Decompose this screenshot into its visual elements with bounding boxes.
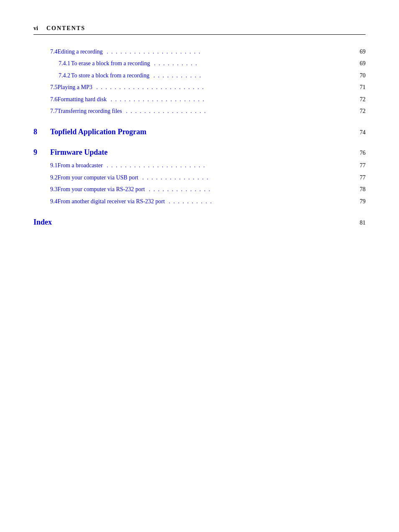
toc-row-7-6: 7.6 Formatting hard disk . . . . . . . .… (33, 95, 366, 104)
toc-text-9-4: From another digital receiver via RS-232… (58, 197, 165, 206)
toc-label-9-2: From your computer via USB port . . . . … (58, 173, 353, 182)
toc-row-7-4-2: 7.4.2 To store a block from a recording … (33, 71, 366, 80)
page: vi CONTENTS 7.4 Editing a recording . . … (0, 0, 399, 532)
toc-number-9-2: 9.2 (33, 173, 58, 182)
toc-label-7-4-1: To erase a block from a recording . . . … (71, 59, 353, 68)
index-label: Index (33, 218, 353, 227)
toc-page-7-4-2: 70 (353, 71, 366, 80)
toc-label-7-5: Playing a MP3 . . . . . . . . . . . . . … (58, 83, 353, 92)
toc-label-7-7: Transferring recording files . . . . . .… (58, 107, 353, 116)
chapter-8-header: 8 Topfield Application Program 74 (33, 128, 366, 136)
toc-text-9-2: From your computer via USB port (58, 173, 138, 182)
toc-dots-9-2: . . . . . . . . . . . . . . . (140, 173, 351, 182)
toc-text-7-5: Playing a MP3 (58, 83, 92, 92)
toc-label-9-3: From your computer via RS-232 port . . .… (58, 185, 353, 194)
toc-row-7-4-1: 7.4.1 To erase a block from a recording … (33, 59, 366, 68)
toc-row-7-7: 7.7 Transferring recording files . . . .… (33, 107, 366, 116)
toc-row-9-4: 9.4 From another digital receiver via RS… (33, 197, 366, 206)
toc-text-7-4: Editing a recording (58, 47, 103, 56)
toc-section-9: 9.1 From a broadcaster . . . . . . . . .… (33, 161, 366, 206)
toc-number-9-3: 9.3 (33, 185, 58, 194)
toc-number-7-7: 7.7 (33, 107, 58, 116)
toc-page-9-1: 77 (353, 161, 366, 170)
toc-dots-9-1: . . . . . . . . . . . . . . . . . . . . … (105, 161, 351, 170)
chapter-9-number: 9 (33, 148, 50, 157)
chapter-8-number: 8 (33, 128, 50, 136)
toc-page-7-6: 72 (353, 95, 366, 104)
toc-page-9-3: 78 (353, 185, 366, 194)
toc-section-7: 7.4 Editing a recording . . . . . . . . … (33, 47, 366, 116)
toc-dots-7-4: . . . . . . . . . . . . . . . . . . . . … (105, 47, 351, 56)
toc-text-9-1: From a broadcaster (58, 161, 103, 170)
toc-number-7-5: 7.5 (33, 83, 58, 92)
toc-text-7-4-1: To erase a block from a recording (71, 59, 150, 68)
toc-number-7-4: 7.4 (33, 47, 58, 56)
toc-label-9-4: From another digital receiver via RS-232… (58, 197, 353, 206)
chapter-9-title: Firmware Update (50, 148, 353, 157)
toc-row-7-5: 7.5 Playing a MP3 . . . . . . . . . . . … (33, 83, 366, 92)
chapter-8-page: 74 (353, 129, 366, 136)
toc-dots-9-4: . . . . . . . . . . (166, 197, 351, 206)
toc-dots-7-4-1: . . . . . . . . . . (152, 59, 351, 68)
toc-row-9-3: 9.3 From your computer via RS-232 port .… (33, 185, 366, 194)
chapter-8-title: Topfield Application Program (50, 128, 353, 136)
toc-text-9-3: From your computer via RS-232 port (58, 185, 145, 194)
chapter-9-header: 9 Firmware Update 76 (33, 148, 366, 157)
toc-dots-7-4-2: . . . . . . . . . . . (151, 71, 351, 80)
toc-number-9-1: 9.1 (33, 161, 58, 170)
toc-page-7-7: 72 (353, 107, 366, 116)
toc-dots-7-6: . . . . . . . . . . . . . . . . . . . . … (108, 95, 351, 104)
page-header: vi CONTENTS (33, 25, 366, 35)
toc-dots-9-3: . . . . . . . . . . . . . . (146, 185, 351, 194)
toc-row-7-4: 7.4 Editing a recording . . . . . . . . … (33, 47, 366, 56)
toc-page-7-4: 69 (353, 47, 366, 56)
toc-row-9-2: 9.2 From your computer via USB port . . … (33, 173, 366, 182)
toc-text-7-7: Transferring recording files (58, 107, 122, 116)
toc-dots-7-7: . . . . . . . . . . . . . . . . . . (124, 107, 351, 116)
toc-page-9-4: 79 (353, 197, 366, 206)
toc-text-7-4-2: To store a block from a recording (71, 71, 149, 80)
index-page: 81 (353, 220, 366, 226)
toc-number-9-4: 9.4 (33, 197, 58, 206)
toc-row-9-1: 9.1 From a broadcaster . . . . . . . . .… (33, 161, 366, 170)
toc-number-7-6: 7.6 (33, 95, 58, 104)
index-row: Index 81 (33, 218, 366, 227)
header-title: CONTENTS (46, 25, 85, 32)
toc-page-7-5: 71 (353, 83, 366, 92)
toc-label-7-6: Formatting hard disk . . . . . . . . . .… (58, 95, 353, 104)
chapter-9-page: 76 (353, 150, 366, 156)
toc-label-7-4: Editing a recording . . . . . . . . . . … (58, 47, 353, 56)
toc-dots-7-5: . . . . . . . . . . . . . . . . . . . . … (94, 83, 351, 92)
toc-number-7-4-1: 7.4.1 (33, 59, 71, 68)
toc-number-7-4-2: 7.4.2 (33, 71, 71, 80)
header-section-label: vi (33, 25, 38, 32)
toc-label-9-1: From a broadcaster . . . . . . . . . . .… (58, 161, 353, 170)
toc-page-7-4-1: 69 (353, 59, 366, 68)
toc-page-9-2: 77 (353, 173, 366, 182)
toc-text-7-6: Formatting hard disk (58, 95, 107, 104)
toc-label-7-4-2: To store a block from a recording . . . … (71, 71, 353, 80)
